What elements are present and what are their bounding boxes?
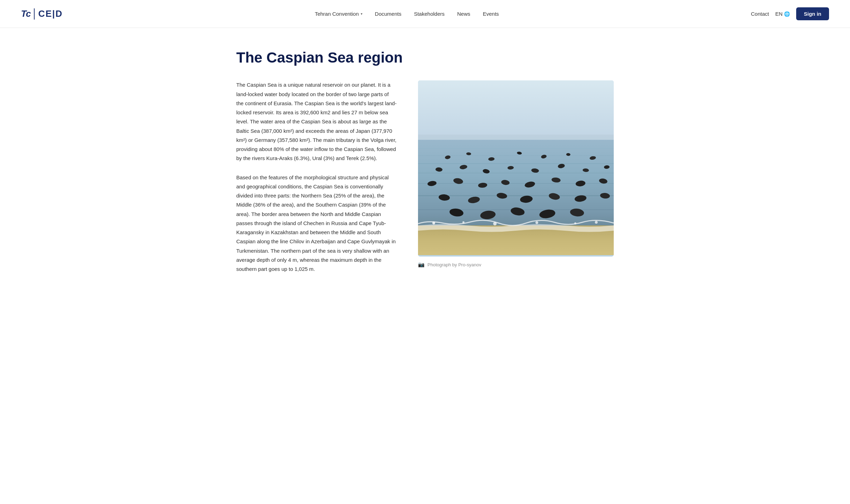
sign-in-button[interactable]: Sign in [796,7,829,20]
camera-icon: 📷 [418,261,425,268]
nav-right: Contact EN 🌐 Sign in [751,7,829,20]
svg-point-46 [432,222,435,224]
nav-item-documents[interactable]: Documents [375,11,402,17]
logo-ceid: CE|D [38,8,63,19]
svg-point-51 [595,221,598,224]
nav-item-stakeholders[interactable]: Stakeholders [414,11,445,17]
image-column: 📷 Photograph by Pro-syanov [418,80,614,268]
contact-link[interactable]: Contact [751,11,769,17]
language-selector[interactable]: EN 🌐 [775,11,790,17]
svg-point-49 [535,221,538,224]
photo-credit: 📷 Photograph by Pro-syanov [418,261,614,268]
globe-icon: 🌐 [784,11,790,17]
nav-item-tehran-convention[interactable]: Tehran Convention ▾ [315,11,362,17]
svg-point-48 [493,222,497,225]
chevron-down-icon: ▾ [361,12,362,16]
svg-rect-2 [418,140,614,231]
site-header: Tc CE|D Tehran Convention ▾ Documents St… [0,0,850,28]
text-column: The Caspian Sea is a unique natural rese… [236,80,397,283]
caspian-sea-image [418,80,614,257]
main-nav: Tehran Convention ▾ Documents Stakeholde… [315,11,499,17]
logo[interactable]: Tc CE|D [21,8,63,20]
nav-item-news[interactable]: News [457,11,470,17]
nav-item-events[interactable]: Events [483,11,499,17]
page-title: The Caspian Sea region [236,49,614,66]
svg-point-47 [462,221,464,223]
paragraph-1: The Caspian Sea is a unique natural rese… [236,80,397,163]
caspian-sea-scene [418,80,614,255]
logo-divider [34,8,35,20]
logo-tc: Tc [21,8,30,19]
paragraph-2: Based on the features of the morphologic… [236,173,397,274]
content-layout: The Caspian Sea is a unique natural rese… [236,80,614,283]
svg-point-50 [574,222,576,224]
main-content: The Caspian Sea region The Caspian Sea i… [215,28,635,311]
svg-rect-0 [418,80,614,143]
